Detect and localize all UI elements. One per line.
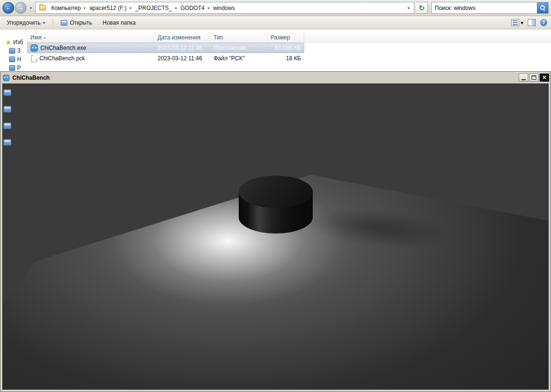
explorer-navbar: ← → ▾ Компьютер ▸ apacer512 (F:) ▸ _PROJ… — [0, 0, 551, 16]
file-row-pck[interactable]: ChiChaBench.pck 2023-03-12 11:46 Файл "P… — [27, 53, 304, 64]
toolbar-right-group: ▾ ? — [511, 19, 547, 26]
maximize-button[interactable] — [529, 74, 539, 82]
open-label: Открыть — [70, 19, 92, 26]
column-header-size[interactable]: Размер — [267, 32, 304, 42]
window-controls: ✕ — [519, 74, 549, 82]
organize-label: Упорядочить — [7, 19, 40, 26]
breadcrumb-item-computer[interactable]: Компьютер — [49, 5, 83, 11]
sidebar: ★ Изб З Н Р — [0, 30, 27, 71]
new-folder-label: Новая папка — [103, 19, 136, 26]
minimize-icon — [522, 79, 526, 80]
game-viewport[interactable] — [2, 84, 549, 390]
document-file-icon — [31, 55, 37, 62]
column-header-name[interactable]: Имя ▴ — [27, 32, 154, 42]
sort-ascending-icon: ▴ — [44, 36, 46, 39]
refresh-button[interactable]: ↻ — [416, 2, 428, 14]
back-arrow-icon: ← — [5, 5, 11, 11]
refresh-icon: ↻ — [419, 4, 425, 11]
explorer-command-bar: Упорядочить ▾ Открыть Новая папка ▾ ? — [0, 16, 551, 29]
chichabench-window: ChiChaBench ✕ — [0, 71, 551, 392]
recent-places-icon — [9, 56, 15, 62]
back-button[interactable]: ← — [2, 2, 14, 14]
godot-app-icon — [30, 44, 38, 52]
chevron-down-icon: ▾ — [521, 19, 523, 26]
explorer-main: ★ Изб З Н Р Имя — [0, 30, 551, 71]
sidebar-item-label: З — [17, 47, 20, 54]
file-date-cell: 2023-03-12 11:46 — [154, 45, 210, 51]
file-row-exe[interactable]: ChiChaBench.exe 2023-03-12 11:46 Приложе… — [27, 43, 304, 53]
magnifier-icon — [540, 5, 545, 10]
breadcrumb-item-drive[interactable]: apacer512 (F:) — [87, 5, 129, 11]
column-type-label: Тип — [214, 34, 223, 41]
address-bar[interactable]: Компьютер ▸ apacer512 (F:) ▸ _PROJECTS_ … — [35, 2, 414, 14]
search-input[interactable] — [432, 5, 537, 11]
column-date-label: Дата изменения — [158, 34, 200, 41]
close-button[interactable]: ✕ — [540, 74, 549, 82]
new-folder-button[interactable]: Новая папка — [100, 18, 139, 28]
help-icon: ? — [542, 20, 545, 25]
file-type-cell: Приложение — [210, 45, 267, 51]
file-name-cell: ChiChaBench.exe — [27, 44, 154, 52]
recent-pages-chevron-icon[interactable]: ▾ — [28, 6, 34, 10]
star-icon: ★ — [6, 39, 11, 46]
breadcrumb-separator-icon: ▸ — [175, 6, 177, 10]
breadcrumb-item-projects[interactable]: _PROJECTS_ — [133, 5, 174, 11]
file-type-cell: Файл "PCK" — [210, 55, 267, 62]
file-size-cell: 65 086 КБ — [267, 45, 304, 51]
forward-arrow-icon: → — [18, 5, 24, 11]
file-name: ChiChaBench.pck — [39, 55, 85, 62]
sidebar-item-label: Н — [17, 56, 21, 63]
address-dropdown-icon[interactable]: ▾ — [405, 6, 412, 10]
sidebar-ghost-icon — [3, 106, 11, 112]
screen: ← → ▾ Компьютер ▸ apacer512 (F:) ▸ _PROJ… — [0, 0, 551, 392]
column-header-filler — [304, 32, 551, 42]
preview-pane-button[interactable] — [528, 19, 536, 26]
column-size-label: Размер — [271, 34, 290, 41]
godot-window-icon — [3, 75, 9, 81]
sidebar-item-label: Р — [17, 65, 21, 71]
column-header-date[interactable]: Дата изменения — [154, 32, 210, 42]
titlebar[interactable]: ChiChaBench ✕ — [0, 72, 551, 83]
breadcrumb-separator-icon: ▸ — [84, 6, 86, 10]
maximize-icon — [532, 75, 536, 80]
breadcrumb-item-windows[interactable]: windows — [211, 5, 237, 11]
run-app-icon — [61, 20, 67, 26]
window-title: ChiChaBench — [12, 75, 50, 81]
file-list: Имя ▴ Дата изменения Тип Размер — [27, 32, 551, 64]
file-size-cell: 18 КБ — [267, 55, 304, 62]
explorer-window: ← → ▾ Компьютер ▸ apacer512 (F:) ▸ _PROJ… — [0, 0, 551, 71]
sidebar-ghost-icon — [3, 139, 11, 146]
desktop-icon — [9, 65, 15, 71]
sidebar-ghost-icon — [3, 122, 11, 129]
organize-button[interactable]: Упорядочить ▾ — [4, 18, 48, 28]
sidebar-item-recent[interactable]: Н — [0, 55, 27, 64]
breadcrumb-separator-icon: ▸ — [130, 6, 132, 10]
minimize-button[interactable] — [519, 74, 528, 82]
help-button[interactable]: ? — [540, 19, 547, 26]
forward-button[interactable]: → — [15, 2, 27, 14]
breadcrumb-separator-icon: ▸ — [208, 6, 210, 10]
column-name-label: Имя — [30, 34, 41, 41]
column-header-type[interactable]: Тип — [210, 32, 267, 42]
file-name: ChiChaBench.exe — [40, 45, 86, 51]
open-button[interactable]: Открыть — [58, 18, 95, 28]
cylinder-top-face — [239, 176, 313, 208]
list-view-icon — [511, 19, 519, 26]
search-box — [431, 2, 549, 14]
folder-icon — [39, 5, 46, 10]
file-name-cell: ChiChaBench.pck — [27, 55, 154, 62]
chevron-down-icon: ▾ — [43, 20, 45, 25]
close-icon: ✕ — [542, 75, 546, 80]
column-headers: Имя ▴ Дата изменения Тип Размер — [27, 32, 551, 43]
sidebar-item-favorites[interactable]: ★ Изб — [0, 38, 27, 47]
sidebar-ghost-icon — [3, 89, 11, 96]
search-button[interactable] — [537, 2, 548, 13]
file-date-cell: 2023-03-12 11:46 — [154, 55, 210, 62]
sidebar-favorites-label: Изб — [13, 39, 23, 46]
downloads-icon — [9, 48, 15, 54]
breadcrumb-item-godot4[interactable]: GODOT4 — [178, 5, 207, 11]
toolbar-separator — [53, 19, 53, 27]
sidebar-item-desktop[interactable]: Р — [0, 64, 27, 71]
change-view-button[interactable]: ▾ — [511, 19, 523, 26]
sidebar-item-downloads[interactable]: З — [0, 47, 27, 55]
